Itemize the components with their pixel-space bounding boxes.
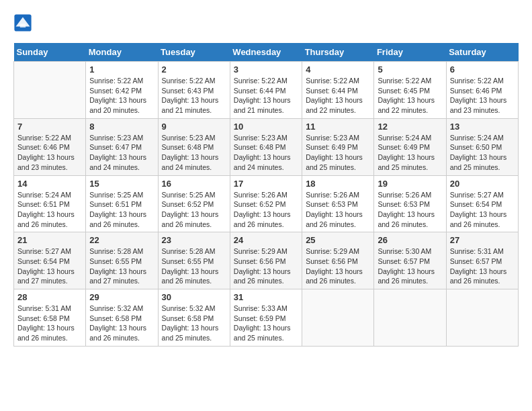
calendar-cell: [374, 289, 446, 347]
day-number: 5: [378, 64, 442, 75]
day-number: 23: [162, 235, 226, 245]
cell-text: Sunrise: 5:30 AM Sunset: 6:57 PM Dayligh…: [378, 246, 442, 286]
cell-text: Sunrise: 5:25 AM Sunset: 6:51 PM Dayligh…: [89, 190, 154, 230]
calendar-cell: 3Sunrise: 5:22 AM Sunset: 6:44 PM Daylig…: [230, 62, 302, 119]
cell-text: Sunrise: 5:22 AM Sunset: 6:46 PM Dayligh…: [450, 76, 515, 116]
cell-text: Sunrise: 5:22 AM Sunset: 6:42 PM Dayligh…: [89, 76, 154, 116]
calendar-cell: 5Sunrise: 5:22 AM Sunset: 6:45 PM Daylig…: [374, 62, 446, 119]
calendar-cell: 14Sunrise: 5:24 AM Sunset: 6:51 PM Dayli…: [14, 175, 86, 232]
day-number: 4: [306, 64, 370, 75]
day-number: 31: [234, 292, 298, 302]
cell-text: Sunrise: 5:22 AM Sunset: 6:43 PM Dayligh…: [162, 76, 226, 116]
calendar-cell: 30Sunrise: 5:32 AM Sunset: 6:58 PM Dayli…: [158, 289, 230, 347]
cell-text: Sunrise: 5:22 AM Sunset: 6:44 PM Dayligh…: [306, 76, 370, 116]
day-number: 22: [89, 235, 154, 245]
day-number: 13: [450, 122, 515, 132]
calendar-week-row: 21Sunrise: 5:27 AM Sunset: 6:54 PM Dayli…: [14, 232, 519, 289]
weekday-header: Thursday: [302, 43, 374, 62]
svg-rect-2: [20, 24, 26, 28]
calendar-cell: 10Sunrise: 5:23 AM Sunset: 6:48 PM Dayli…: [230, 118, 302, 175]
cell-text: Sunrise: 5:28 AM Sunset: 6:55 PM Dayligh…: [162, 246, 226, 286]
day-number: 3: [234, 64, 298, 75]
calendar-cell: 15Sunrise: 5:25 AM Sunset: 6:51 PM Dayli…: [86, 175, 158, 232]
cell-text: Sunrise: 5:22 AM Sunset: 6:45 PM Dayligh…: [378, 76, 442, 116]
logo: [13, 13, 34, 32]
day-number: 8: [89, 122, 154, 132]
day-number: 28: [17, 292, 82, 302]
calendar-cell: 12Sunrise: 5:24 AM Sunset: 6:49 PM Dayli…: [374, 118, 446, 175]
calendar-cell: [446, 289, 518, 347]
day-number: 25: [306, 235, 370, 245]
weekday-header: Saturday: [446, 43, 518, 62]
logo-icon: [13, 13, 32, 32]
calendar-table: SundayMondayTuesdayWednesdayThursdayFrid…: [13, 43, 519, 347]
calendar-cell: 17Sunrise: 5:26 AM Sunset: 6:52 PM Dayli…: [230, 175, 302, 232]
day-number: 26: [378, 235, 442, 245]
calendar-week-row: 7Sunrise: 5:22 AM Sunset: 6:46 PM Daylig…: [14, 118, 519, 175]
cell-text: Sunrise: 5:22 AM Sunset: 6:44 PM Dayligh…: [234, 76, 298, 116]
day-number: 29: [89, 292, 154, 302]
cell-text: Sunrise: 5:27 AM Sunset: 6:54 PM Dayligh…: [17, 246, 82, 286]
calendar-cell: 29Sunrise: 5:32 AM Sunset: 6:58 PM Dayli…: [86, 289, 158, 347]
weekday-header: Friday: [374, 43, 446, 62]
cell-text: Sunrise: 5:25 AM Sunset: 6:52 PM Dayligh…: [162, 190, 226, 230]
calendar-cell: 20Sunrise: 5:27 AM Sunset: 6:54 PM Dayli…: [446, 175, 518, 232]
calendar-cell: 28Sunrise: 5:31 AM Sunset: 6:58 PM Dayli…: [14, 289, 86, 347]
cell-text: Sunrise: 5:26 AM Sunset: 6:53 PM Dayligh…: [378, 190, 442, 230]
cell-text: Sunrise: 5:32 AM Sunset: 6:58 PM Dayligh…: [89, 304, 154, 343]
header-row: SundayMondayTuesdayWednesdayThursdayFrid…: [14, 43, 519, 62]
calendar-cell: 25Sunrise: 5:29 AM Sunset: 6:56 PM Dayli…: [302, 232, 374, 289]
calendar-cell: 16Sunrise: 5:25 AM Sunset: 6:52 PM Dayli…: [158, 175, 230, 232]
calendar-cell: 23Sunrise: 5:28 AM Sunset: 6:55 PM Dayli…: [158, 232, 230, 289]
day-number: 11: [306, 122, 370, 132]
weekday-header: Sunday: [14, 43, 86, 62]
cell-text: Sunrise: 5:24 AM Sunset: 6:50 PM Dayligh…: [450, 133, 515, 173]
calendar-cell: [302, 289, 374, 347]
day-number: 18: [306, 179, 370, 189]
calendar-cell: [14, 62, 86, 119]
calendar-week-row: 28Sunrise: 5:31 AM Sunset: 6:58 PM Dayli…: [14, 289, 519, 347]
day-number: 16: [162, 179, 226, 189]
calendar-cell: 1Sunrise: 5:22 AM Sunset: 6:42 PM Daylig…: [86, 62, 158, 119]
cell-text: Sunrise: 5:27 AM Sunset: 6:54 PM Dayligh…: [450, 190, 515, 230]
cell-text: Sunrise: 5:23 AM Sunset: 6:48 PM Dayligh…: [162, 133, 226, 173]
calendar-week-row: 14Sunrise: 5:24 AM Sunset: 6:51 PM Dayli…: [14, 175, 519, 232]
calendar-cell: 26Sunrise: 5:30 AM Sunset: 6:57 PM Dayli…: [374, 232, 446, 289]
cell-text: Sunrise: 5:22 AM Sunset: 6:46 PM Dayligh…: [17, 133, 82, 173]
cell-text: Sunrise: 5:24 AM Sunset: 6:49 PM Dayligh…: [378, 133, 442, 173]
calendar-cell: 21Sunrise: 5:27 AM Sunset: 6:54 PM Dayli…: [14, 232, 86, 289]
cell-text: Sunrise: 5:29 AM Sunset: 6:56 PM Dayligh…: [234, 246, 298, 286]
day-number: 30: [162, 292, 226, 302]
calendar-cell: 24Sunrise: 5:29 AM Sunset: 6:56 PM Dayli…: [230, 232, 302, 289]
calendar-cell: 7Sunrise: 5:22 AM Sunset: 6:46 PM Daylig…: [14, 118, 86, 175]
page-header: [13, 13, 519, 32]
calendar-cell: 2Sunrise: 5:22 AM Sunset: 6:43 PM Daylig…: [158, 62, 230, 119]
cell-text: Sunrise: 5:23 AM Sunset: 6:48 PM Dayligh…: [234, 133, 298, 173]
day-number: 10: [234, 122, 298, 132]
calendar-cell: 11Sunrise: 5:23 AM Sunset: 6:49 PM Dayli…: [302, 118, 374, 175]
cell-text: Sunrise: 5:23 AM Sunset: 6:47 PM Dayligh…: [89, 133, 154, 173]
cell-text: Sunrise: 5:31 AM Sunset: 6:57 PM Dayligh…: [450, 246, 515, 286]
calendar-cell: 22Sunrise: 5:28 AM Sunset: 6:55 PM Dayli…: [86, 232, 158, 289]
cell-text: Sunrise: 5:24 AM Sunset: 6:51 PM Dayligh…: [17, 190, 82, 230]
day-number: 17: [234, 179, 298, 189]
day-number: 9: [162, 122, 226, 132]
calendar-cell: 13Sunrise: 5:24 AM Sunset: 6:50 PM Dayli…: [446, 118, 518, 175]
calendar-cell: 8Sunrise: 5:23 AM Sunset: 6:47 PM Daylig…: [86, 118, 158, 175]
cell-text: Sunrise: 5:32 AM Sunset: 6:58 PM Dayligh…: [162, 304, 226, 343]
cell-text: Sunrise: 5:23 AM Sunset: 6:49 PM Dayligh…: [306, 133, 370, 173]
calendar-cell: 4Sunrise: 5:22 AM Sunset: 6:44 PM Daylig…: [302, 62, 374, 119]
calendar-cell: 31Sunrise: 5:33 AM Sunset: 6:59 PM Dayli…: [230, 289, 302, 347]
day-number: 27: [450, 235, 515, 245]
day-number: 15: [89, 179, 154, 189]
day-number: 19: [378, 179, 442, 189]
weekday-header: Wednesday: [230, 43, 302, 62]
cell-text: Sunrise: 5:28 AM Sunset: 6:55 PM Dayligh…: [89, 246, 154, 286]
calendar-cell: 27Sunrise: 5:31 AM Sunset: 6:57 PM Dayli…: [446, 232, 518, 289]
calendar-cell: 6Sunrise: 5:22 AM Sunset: 6:46 PM Daylig…: [446, 62, 518, 119]
cell-text: Sunrise: 5:26 AM Sunset: 6:52 PM Dayligh…: [234, 190, 298, 230]
calendar-cell: 18Sunrise: 5:26 AM Sunset: 6:53 PM Dayli…: [302, 175, 374, 232]
day-number: 20: [450, 179, 515, 189]
day-number: 7: [17, 122, 82, 132]
day-number: 21: [17, 235, 82, 245]
